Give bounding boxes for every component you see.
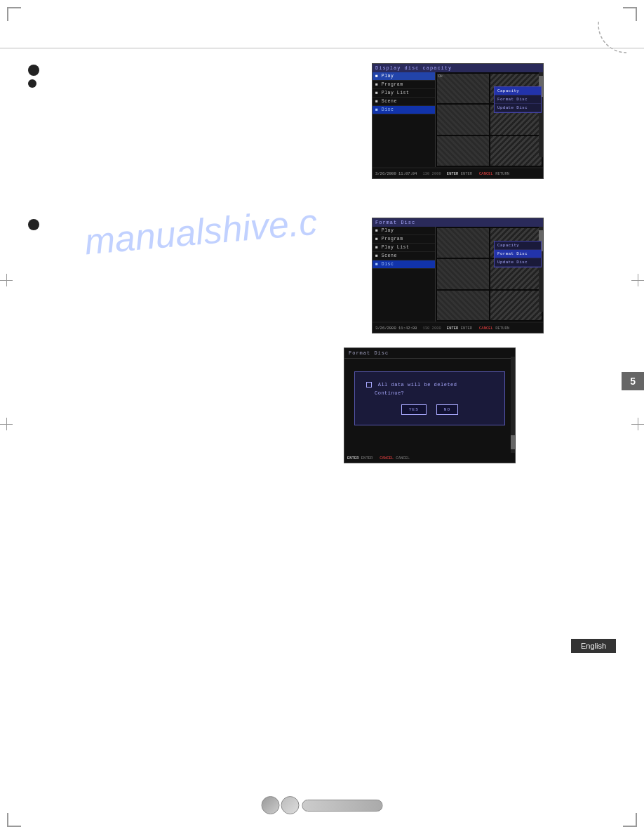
- screen2-menu-program: ■ Program: [373, 235, 435, 244]
- english-badge: English: [571, 639, 616, 653]
- screen3-controls: ENTER ENTER CANCEL CANCEL: [347, 456, 410, 461]
- submenu-format: Format Disc: [495, 95, 541, 104]
- thumb-5: [437, 136, 489, 166]
- screen2-menu-disc: ■ Disc: [373, 260, 435, 269]
- screenshot-1: Display disc capacity ■ Play ■ Program ■…: [372, 63, 544, 179]
- screen3-buttons: YES NO: [366, 404, 493, 415]
- thumb2-5: [437, 291, 489, 320]
- submenu-update: Update Disc: [495, 104, 541, 112]
- bullet-2: [28, 79, 36, 88]
- screen1-bar: 3/26/2000 11:07:04 130 2000 ENTER ENTER …: [373, 168, 543, 178]
- submenu-capacity: Capacity: [495, 87, 541, 95]
- thumb-3: [437, 105, 489, 134]
- dotted-arc-icon: [584, 21, 626, 63]
- screen2-menu: ■ Play ■ Program ■ Play List ■ Scene ■ D…: [373, 227, 436, 322]
- screen3-line2: Continue?: [366, 390, 493, 396]
- screen2-bar: 3/26/2000 11:42:08 130 2000 ENTER ENTER …: [373, 323, 543, 333]
- cross-right-2: [631, 418, 644, 430]
- thumb2-3: [437, 259, 489, 289]
- submenu2-format: Format Disc: [495, 250, 541, 258]
- submenu2-update: Update Disc: [495, 258, 541, 267]
- screen1-title: Display disc capacity: [373, 64, 543, 72]
- screen2-duration: 130 2000: [422, 326, 441, 331]
- screen3-line1: All data will be deleted: [366, 382, 493, 388]
- corner-mark-bl: [7, 813, 21, 827]
- top-divider: [0, 48, 644, 48]
- screen1-scrollbar: [539, 72, 543, 157]
- screen1-menu-program: ■ Program: [373, 81, 435, 89]
- thumb-1: Dk: [437, 74, 489, 103]
- thumb2-6: [490, 291, 542, 320]
- screen2-menu-play: ■ Play: [373, 227, 435, 235]
- bottom-indicator: [262, 796, 383, 814]
- bottom-circle-left: [262, 796, 280, 814]
- screen2-scrollbar: [539, 227, 543, 312]
- submenu2-capacity: Capacity: [495, 241, 541, 250]
- screen3-yes: YES: [401, 404, 427, 415]
- cross-left-2: [0, 418, 13, 430]
- screen1-menu-scene: ■ Scene: [373, 98, 435, 106]
- bottom-circle-right: [281, 796, 300, 814]
- corner-mark-tl: [7, 7, 21, 21]
- screen3-no: NO: [436, 404, 458, 415]
- screen2-menu-playlist: ■ Play List: [373, 244, 435, 252]
- screen2-menu-scene: ■ Scene: [373, 252, 435, 260]
- screenshot-2: Format Disc ■ Play ■ Program ■ Play List…: [372, 218, 544, 333]
- screen1-menu-playlist: ■ Play List: [373, 89, 435, 98]
- screenshot-3: Format Disc All data will be deleted Con…: [344, 348, 516, 463]
- screen3-scrollbar: [511, 357, 515, 453]
- screen2-controls: ENTER ENTER CANCEL RETURN: [447, 326, 509, 331]
- screen2-timestamp: 3/26/2000 11:42:08: [375, 326, 417, 331]
- corner-mark-br: [623, 813, 637, 827]
- screen1-controls: ENTER ENTER CANCEL RETURN: [447, 171, 509, 176]
- screen3-title: Format Disc: [344, 348, 515, 359]
- screen1-menu: ■ Play ■ Program ■ Play List ■ Scene ■ D…: [373, 72, 436, 167]
- thumb2-1: [437, 228, 489, 258]
- bullet-1: [28, 65, 39, 76]
- bullet-3: [28, 219, 39, 230]
- screen2-title: Format Disc: [373, 218, 543, 227]
- screen1-duration: 130 2000: [422, 171, 441, 176]
- screen1-menu-play: ■ Play: [373, 72, 435, 81]
- screen1-menu-disc: ■ Disc: [373, 106, 435, 114]
- screen3-scrollbar-thumb: [511, 435, 515, 449]
- screen1-timestamp: 3/26/2000 11:07:04: [375, 171, 417, 176]
- screen1-submenu: Capacity Format Disc Update Disc: [494, 86, 542, 113]
- screen3-bar: ENTER ENTER CANCEL CANCEL: [344, 453, 515, 463]
- screen3-dialog: All data will be deleted Continue? YES N…: [354, 371, 505, 425]
- corner-mark-tr: [623, 7, 637, 21]
- cross-left-1: [0, 274, 13, 286]
- section5-badge: 5: [622, 372, 644, 390]
- bottom-bar: [302, 800, 383, 812]
- cross-right-1: [631, 274, 644, 286]
- screen2-submenu: Capacity Format Disc Update Disc: [494, 241, 542, 267]
- thumb-6: [490, 136, 542, 166]
